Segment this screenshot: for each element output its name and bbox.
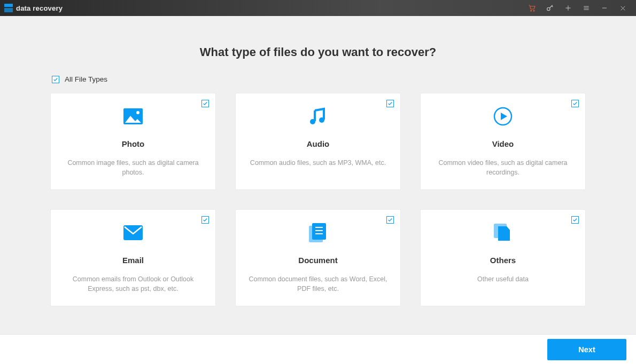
minimize-icon[interactable] xyxy=(595,0,614,16)
card-email-title: Email xyxy=(122,256,144,265)
svg-point-0 xyxy=(531,10,532,11)
card-audio-title: Audio xyxy=(307,139,330,148)
all-file-types-row[interactable]: All File Types xyxy=(51,75,585,83)
card-email-checkbox[interactable] xyxy=(201,216,209,224)
card-video-title: Video xyxy=(492,139,514,148)
page-heading: What type of files do you want to recove… xyxy=(200,45,437,59)
app-title: data recovery xyxy=(16,4,63,12)
card-photo-title: Photo xyxy=(122,139,145,148)
titlebar: data recovery xyxy=(0,0,636,16)
card-others-title: Others xyxy=(490,256,516,265)
card-audio-checkbox[interactable] xyxy=(386,100,394,107)
card-photo[interactable]: Photo Common image files, such as digita… xyxy=(50,93,216,190)
card-photo-checkbox[interactable] xyxy=(201,100,209,107)
content-area: All File Types Photo Common image files,… xyxy=(51,75,585,306)
card-video-desc: Common video files, such as digital came… xyxy=(433,158,572,177)
video-icon xyxy=(493,105,513,128)
svg-point-6 xyxy=(319,117,324,123)
card-email-desc: Common emails from Outlook or Outlook Ex… xyxy=(64,274,203,294)
card-others-checkbox[interactable] xyxy=(571,216,579,224)
file-type-grid: Photo Common image files, such as digita… xyxy=(51,93,585,306)
svg-rect-10 xyxy=(312,223,326,240)
svg-point-2 xyxy=(547,7,550,10)
app-logo-icon xyxy=(4,4,13,12)
card-photo-desc: Common image files, such as digital came… xyxy=(64,158,203,177)
plus-icon[interactable] xyxy=(559,0,577,16)
card-others[interactable]: Others Other useful data xyxy=(420,209,586,306)
titlebar-left: data recovery xyxy=(4,4,63,12)
all-file-types-label: All File Types xyxy=(65,75,107,83)
svg-point-5 xyxy=(310,119,315,124)
all-file-types-checkbox[interactable] xyxy=(52,76,59,83)
footer-bar: Next xyxy=(0,334,636,364)
key-icon[interactable] xyxy=(541,0,559,16)
others-icon xyxy=(494,221,512,244)
email-icon xyxy=(123,221,143,244)
cart-icon[interactable] xyxy=(523,0,541,16)
photo-icon xyxy=(123,105,143,128)
card-audio[interactable]: Audio Common audio files, such as MP3, W… xyxy=(235,93,401,190)
main-content: What type of files do you want to recove… xyxy=(0,16,636,334)
card-email[interactable]: Email Common emails from Outlook or Outl… xyxy=(50,209,216,306)
next-button[interactable]: Next xyxy=(547,339,626,360)
titlebar-right xyxy=(523,0,632,16)
card-document-title: Document xyxy=(298,256,337,265)
card-document[interactable]: Document Common document files, such as … xyxy=(235,209,401,306)
svg-point-1 xyxy=(533,10,534,11)
menu-icon[interactable] xyxy=(577,0,595,16)
document-icon xyxy=(309,221,327,244)
audio-icon xyxy=(309,105,327,128)
card-video[interactable]: Video Common video files, such as digita… xyxy=(420,93,586,190)
svg-point-4 xyxy=(136,111,139,114)
card-audio-desc: Common audio files, such as MP3, WMA, et… xyxy=(250,158,386,168)
close-icon[interactable] xyxy=(614,0,632,16)
card-others-desc: Other useful data xyxy=(477,274,529,284)
card-video-checkbox[interactable] xyxy=(571,100,579,107)
card-document-desc: Common document files, such as Word, Exc… xyxy=(249,274,387,294)
card-document-checkbox[interactable] xyxy=(386,216,394,224)
